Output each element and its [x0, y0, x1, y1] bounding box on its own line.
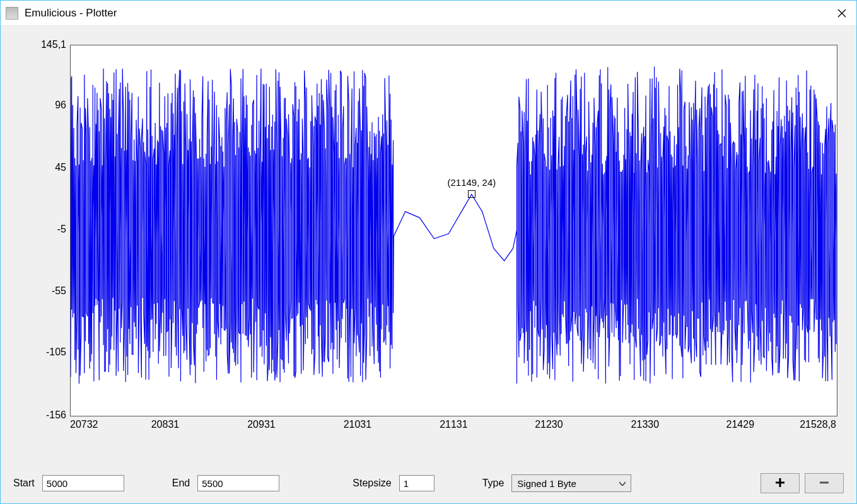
titlebar[interactable]: Emulicious - Plotter — [1, 1, 856, 26]
y-tick-label: -105 — [46, 346, 66, 358]
start-input[interactable] — [42, 475, 124, 491]
y-tick-label: -5 — [57, 224, 66, 235]
x-tick-label: 21131 — [440, 419, 468, 430]
plot-area: 145,19645-5-55-105-156 (21149, 24) 20732… — [20, 45, 837, 459]
y-tick-label: -55 — [52, 285, 66, 297]
x-tick-label: 21330 — [631, 419, 660, 430]
x-tick-label: 21528,8 — [800, 419, 836, 430]
stepsize-label: Stepsize — [353, 478, 391, 489]
stepsize-input[interactable] — [399, 475, 434, 491]
remove-button[interactable] — [805, 473, 844, 493]
end-label: End — [172, 478, 190, 489]
start-label: Start — [13, 478, 35, 489]
close-button[interactable] — [827, 1, 856, 26]
x-tick-label: 20931 — [247, 419, 276, 430]
x-tick-label: 20831 — [151, 419, 180, 430]
x-tick-label: 21429 — [726, 419, 755, 430]
x-tick-label: 21031 — [344, 419, 372, 430]
x-tick-label: 21230 — [535, 419, 563, 430]
plus-icon — [775, 476, 785, 491]
type-select-value: Signed 1 Byte — [517, 478, 576, 489]
y-tick-label: 96 — [55, 100, 66, 111]
chevron-down-icon — [619, 479, 626, 488]
type-select[interactable]: Signed 1 Byte — [511, 474, 631, 492]
add-button[interactable] — [761, 473, 800, 493]
end-input[interactable] — [197, 475, 279, 491]
cursor-marker — [468, 190, 475, 198]
plot-canvas[interactable]: (21149, 24) — [70, 45, 837, 416]
x-tick-label: 20732 — [70, 419, 98, 430]
controls-bar: Start End Stepsize Type Signed 1 Byte — [13, 473, 844, 493]
app-icon — [6, 7, 18, 20]
window-title: Emulicious - Plotter — [25, 7, 117, 20]
plotter-window: Emulicious - Plotter 145,19645-5-55-105-… — [0, 0, 857, 504]
y-tick-label: -156 — [46, 410, 66, 421]
y-tick-label: 145,1 — [41, 39, 66, 50]
x-axis-labels: 2073220831209312103121131212302133021429… — [70, 418, 837, 433]
minus-icon — [819, 476, 829, 491]
close-icon — [837, 9, 846, 18]
type-label: Type — [482, 478, 504, 489]
cursor-tooltip: (21149, 24) — [447, 177, 496, 188]
content-area: 145,19645-5-55-105-156 (21149, 24) 20732… — [1, 26, 856, 503]
y-tick-label: 45 — [55, 162, 66, 173]
y-axis-labels: 145,19645-5-55-105-156 — [20, 45, 69, 416]
waveform-line — [71, 67, 836, 384]
